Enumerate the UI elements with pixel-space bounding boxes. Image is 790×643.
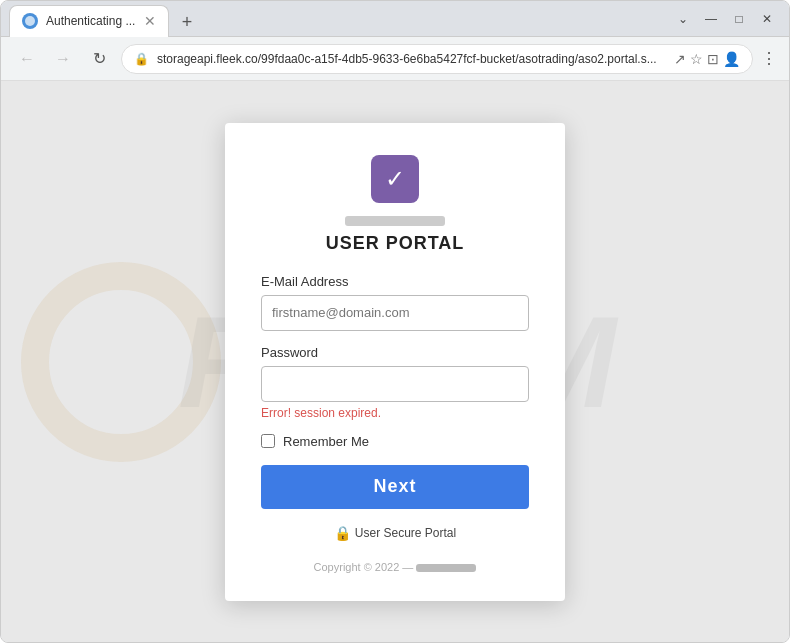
svg-point-0 <box>25 16 35 26</box>
refresh-button[interactable]: ↻ <box>85 45 113 73</box>
next-button[interactable]: Next <box>261 465 529 509</box>
green-lock-icon: 🔒 <box>334 525 351 541</box>
profile-icon[interactable]: 👤 <box>723 51 740 67</box>
maximize-button[interactable]: □ <box>725 5 753 33</box>
remember-me-checkbox[interactable] <box>261 434 275 448</box>
copyright-text: Copyright © 2022 — <box>261 561 529 573</box>
password-input[interactable] <box>261 366 529 402</box>
active-tab[interactable]: Authenticating ... ✕ <box>9 5 169 37</box>
remember-me-row: Remember Me <box>261 434 529 449</box>
error-message: Error! session expired. <box>261 406 529 420</box>
tab-close-button[interactable]: ✕ <box>144 14 156 28</box>
minimize-button[interactable]: — <box>697 5 725 33</box>
card-logo: ✓ <box>261 155 529 203</box>
password-label: Password <box>261 345 529 360</box>
browser-menu-button[interactable]: ⋮ <box>761 49 777 68</box>
email-input[interactable] <box>261 295 529 331</box>
window-controls: ⌄ — □ ✕ <box>669 5 781 33</box>
bookmark-icon[interactable]: ☆ <box>690 51 703 67</box>
portal-title: USER PORTAL <box>261 233 529 254</box>
logo-box: ✓ <box>371 155 419 203</box>
close-button[interactable]: ✕ <box>753 5 781 33</box>
secure-portal-label: 🔒 User Secure Portal <box>261 525 529 541</box>
company-name-blurred-copyright <box>416 564 476 572</box>
share-icon[interactable]: ↗ <box>674 51 686 67</box>
new-tab-button[interactable]: + <box>173 9 201 37</box>
url-text: storageapi.fleek.co/99fdaa0c-a15f-4db5-9… <box>157 52 666 66</box>
copyright-prefix: Copyright © 2022 — <box>314 561 414 573</box>
url-bar[interactable]: 🔒 storageapi.fleek.co/99fdaa0c-a15f-4db5… <box>121 44 753 74</box>
lock-icon: 🔒 <box>134 52 149 66</box>
secure-text: User Secure Portal <box>355 526 456 540</box>
email-field-group: E-Mail Address <box>261 274 529 331</box>
password-field-group: Password Error! session expired. <box>261 345 529 420</box>
tabs-area: Authenticating ... ✕ + <box>9 1 665 37</box>
browser-frame: Authenticating ... ✕ + ⌄ — □ ✕ ← → ↻ 🔒 s… <box>0 0 790 643</box>
forward-button[interactable]: → <box>49 45 77 73</box>
title-bar: Authenticating ... ✕ + ⌄ — □ ✕ <box>1 1 789 37</box>
tab-favicon <box>22 13 38 29</box>
url-action-icons: ↗ ☆ ⊡ 👤 <box>674 51 740 67</box>
company-name-blurred <box>261 215 529 229</box>
email-label: E-Mail Address <box>261 274 529 289</box>
logo-checkmark-icon: ✓ <box>385 165 405 193</box>
tab-title: Authenticating ... <box>46 14 136 28</box>
page-content: FIST M ✓ USER PORTAL E-Mail Address Pass… <box>1 81 789 642</box>
split-icon[interactable]: ⊡ <box>707 51 719 67</box>
collapse-button[interactable]: ⌄ <box>669 5 697 33</box>
remember-me-label: Remember Me <box>283 434 369 449</box>
address-bar: ← → ↻ 🔒 storageapi.fleek.co/99fdaa0c-a15… <box>1 37 789 81</box>
login-card: ✓ USER PORTAL E-Mail Address Password Er… <box>225 123 565 601</box>
back-button[interactable]: ← <box>13 45 41 73</box>
